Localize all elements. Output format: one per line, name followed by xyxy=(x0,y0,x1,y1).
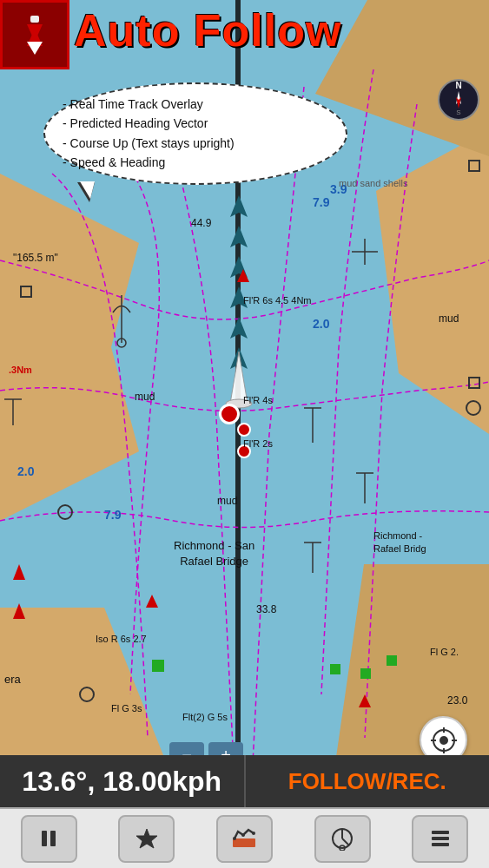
depth-label-449: 44.9 xyxy=(191,217,211,229)
svg-rect-12 xyxy=(330,664,340,674)
depth-label-338: 33.8 xyxy=(256,603,276,615)
svg-rect-11 xyxy=(152,660,164,672)
svg-rect-55 xyxy=(233,838,255,847)
flt21-label: Flt(2) G 5s xyxy=(182,712,228,722)
pause-button[interactable] xyxy=(21,815,77,863)
waypoint-icon xyxy=(135,826,159,851)
3nm-label: .3Nm xyxy=(9,365,32,375)
svg-rect-52 xyxy=(42,831,47,846)
menu-button[interactable] xyxy=(412,815,468,863)
svg-text:N: N xyxy=(455,81,461,90)
svg-point-19 xyxy=(117,339,126,347)
richmond-label-2: Richmond -Rafael Bridg xyxy=(373,529,426,556)
depth-label-79-bot: 7.9 xyxy=(104,508,121,522)
callout-line-4: - Speed & Heading xyxy=(63,153,328,172)
flg2-label: Fl G 2. xyxy=(430,647,459,657)
sand-label: mud sand shells xyxy=(339,178,408,188)
callout-line-1: - Real Time Track Overlay xyxy=(63,95,328,114)
compass-tool-icon xyxy=(330,826,354,851)
svg-marker-54 xyxy=(136,829,157,848)
svg-point-30 xyxy=(58,505,72,519)
flir2s-label: Fl'R 2s xyxy=(243,438,273,449)
callout-line-3: - Course Up (Text stays upright) xyxy=(63,134,328,153)
menu-icon xyxy=(428,826,453,851)
depth-label-79-top: 7.9 xyxy=(313,195,329,209)
svg-text:S: S xyxy=(456,108,460,116)
iso-light-label: Iso R 6s 2.7 xyxy=(96,634,147,644)
mode-display: FOLLOW/REC. xyxy=(246,755,490,807)
svg-rect-39 xyxy=(30,16,39,23)
app-title: Auto Follow xyxy=(74,4,341,56)
svg-rect-53 xyxy=(50,831,56,846)
flir4s-label: Fl'R 4s xyxy=(243,395,273,405)
flg3s-label: Fl G 3s xyxy=(111,703,142,713)
depth-label-20-bot: 2.0 xyxy=(17,464,34,478)
svg-line-61 xyxy=(342,838,349,845)
svg-marker-7 xyxy=(13,564,25,580)
compass-rose: N S xyxy=(437,78,480,122)
svg-rect-64 xyxy=(432,837,449,840)
mud-label-1: mud xyxy=(135,391,155,403)
depth-label-20-mid: 2.0 xyxy=(313,317,329,331)
navigation-icon xyxy=(11,11,59,59)
current-position-marker xyxy=(219,404,240,424)
app-header: Auto Follow xyxy=(0,0,489,78)
svg-point-47 xyxy=(439,736,448,745)
era-label: era xyxy=(4,673,21,686)
status-bar: 13.6°, 18.00kph FOLLOW/REC. xyxy=(0,755,489,807)
svg-point-56 xyxy=(233,837,236,840)
svg-marker-40 xyxy=(27,42,43,55)
waypoint-button[interactable] xyxy=(118,815,175,863)
feature-callout: - Real Time Track Overlay - Predicted He… xyxy=(43,82,347,185)
mode-value: FOLLOW/REC. xyxy=(288,768,446,795)
svg-rect-63 xyxy=(432,831,449,834)
callout-line-2: - Predicted Heading Vector xyxy=(63,114,328,133)
pause-icon xyxy=(36,826,61,851)
depth-label-165: "165.5 m" xyxy=(13,252,58,264)
speed-heading-value: 13.6°, 18.00kph xyxy=(22,766,221,798)
toolbar xyxy=(0,807,489,868)
route-icon xyxy=(231,826,257,851)
richmond-bridge-label: Richmond - SanRafael Bridge xyxy=(174,538,254,569)
land-right xyxy=(376,130,489,434)
route-button[interactable] xyxy=(216,815,273,863)
light-label-fli: Fl'R 6s 4.5 4Nm xyxy=(243,295,312,306)
svg-rect-65 xyxy=(432,843,449,846)
depth-23-label: 23.0 xyxy=(447,694,467,707)
svg-point-57 xyxy=(241,833,245,837)
mud-label-right: mud xyxy=(439,312,459,325)
compass-tool-button[interactable] xyxy=(314,815,371,863)
gps-icon xyxy=(431,727,457,753)
mud-label-2: mud xyxy=(217,495,237,507)
svg-marker-9 xyxy=(146,595,158,608)
speed-heading-display: 13.6°, 18.00kph xyxy=(0,755,246,807)
header-logo-box xyxy=(0,0,69,69)
svg-point-58 xyxy=(252,832,255,835)
